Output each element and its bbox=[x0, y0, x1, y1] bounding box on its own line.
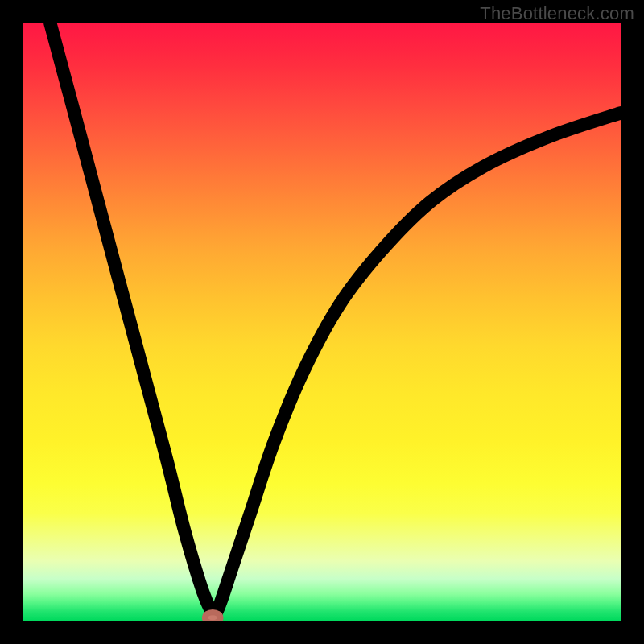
curve-right bbox=[213, 113, 621, 621]
plot-area bbox=[23, 23, 621, 621]
minimum-marker bbox=[205, 613, 221, 621]
chart-svg bbox=[23, 23, 621, 621]
curve-left bbox=[50, 23, 213, 621]
watermark-text: TheBottleneck.com bbox=[480, 3, 634, 24]
chart-frame: TheBottleneck.com bbox=[0, 0, 644, 644]
